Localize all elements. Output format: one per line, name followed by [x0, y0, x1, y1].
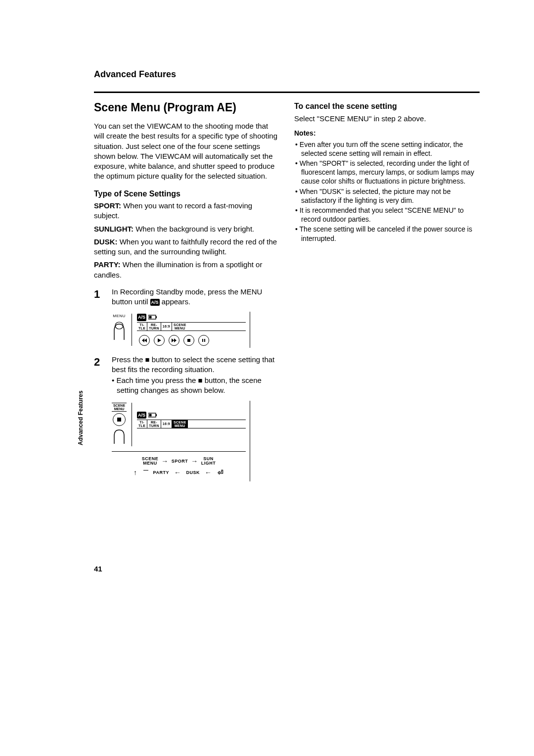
- battery-icon: [148, 315, 157, 320]
- svg-point-0: [115, 322, 123, 329]
- svg-rect-3: [149, 316, 152, 319]
- play-icon: [154, 335, 165, 346]
- svg-rect-9: [149, 414, 152, 416]
- left-column: Scene Menu (Program AE) You can set the …: [94, 100, 279, 488]
- scene-menu-button-label: SCENE MENU: [112, 403, 127, 412]
- arrow-left-icon: [174, 468, 181, 477]
- notes-list: Even after you turn off the scene settin…: [294, 140, 480, 243]
- scene-dusk: DUSK: When you want to faithfully record…: [94, 237, 279, 257]
- right-column: To cancel the scene setting Select "SCEN…: [294, 100, 480, 488]
- arrow-up-icon: ↑: [134, 468, 137, 477]
- menu-button-icon: [112, 320, 127, 338]
- stop-icon: [183, 335, 194, 346]
- step-2: 2 Press the ■ button to select the scene…: [94, 355, 279, 396]
- menu-strip: TI- TLE RE- TURN 16:9 SCENE MENU: [137, 420, 246, 428]
- arrow-left-icon: [205, 468, 212, 477]
- types-heading: Type of Scene Settings: [94, 189, 279, 199]
- as-badge-icon: A/S: [150, 299, 160, 306]
- notes-heading: Notes:: [294, 129, 480, 138]
- figure-1: MENU A/S: [112, 312, 279, 347]
- scene-sport: SPORT: When you want to record a fast-mo…: [94, 201, 279, 221]
- button-outline-icon: [112, 427, 127, 444]
- cycle-diagram: SCENE MENU SPORT SUN LIGHT ↑ PARTY DUSK …: [112, 452, 246, 478]
- page-title: Scene Menu (Program AE): [94, 100, 279, 115]
- svg-rect-5: [202, 339, 203, 342]
- svg-rect-6: [204, 339, 205, 342]
- pause-icon: [198, 335, 209, 346]
- cancel-heading: To cancel the scene setting: [294, 101, 480, 112]
- as-badge-icon: A/S: [137, 314, 146, 321]
- side-tab: Advanced Features: [77, 390, 84, 445]
- scene-sunlight: SUNLIGHT: When the background is very br…: [94, 224, 279, 234]
- scene-party: PARTY: When the illumination is from a s…: [94, 260, 279, 280]
- menu-strip: TI- TLE RE- TURN 16:9 SCENE MENU: [137, 322, 246, 331]
- note-item: Even after you turn off the scene settin…: [294, 140, 480, 158]
- intro-text: You can set the VIEWCAM to the shooting …: [94, 121, 279, 182]
- arrow-right-icon: [191, 457, 198, 466]
- note-item: When "SPORT" is selected, recording unde…: [294, 159, 480, 186]
- page-number: 41: [94, 565, 102, 573]
- menu-button-label: MENU: [112, 314, 127, 319]
- svg-rect-4: [187, 339, 190, 342]
- figure-2: SCENE MENU A/S: [112, 401, 279, 481]
- arrow-down-icon: ⏎: [218, 468, 224, 477]
- divider: [94, 92, 480, 93]
- battery-icon: [148, 413, 157, 418]
- stop-button-icon: [113, 413, 126, 426]
- arrow-right-icon: [161, 457, 169, 466]
- note-item: It is recommended that you select "SCENE…: [294, 206, 480, 224]
- cancel-text: Select "SCENE MENU" in step 2 above.: [294, 114, 480, 124]
- svg-rect-2: [156, 316, 157, 318]
- note-item: The scene setting will be canceled if th…: [294, 225, 480, 242]
- transport-buttons: [137, 335, 246, 346]
- svg-rect-8: [156, 414, 157, 416]
- section-header: Advanced Features: [94, 69, 480, 80]
- rewind-icon: [139, 335, 150, 346]
- note-item: When "DUSK" is selected, the picture may…: [294, 187, 480, 205]
- step-1: 1 In Recording Standby mode, press the M…: [94, 287, 279, 307]
- as-badge-icon: A/S: [137, 412, 146, 419]
- fastforward-icon: [169, 335, 179, 346]
